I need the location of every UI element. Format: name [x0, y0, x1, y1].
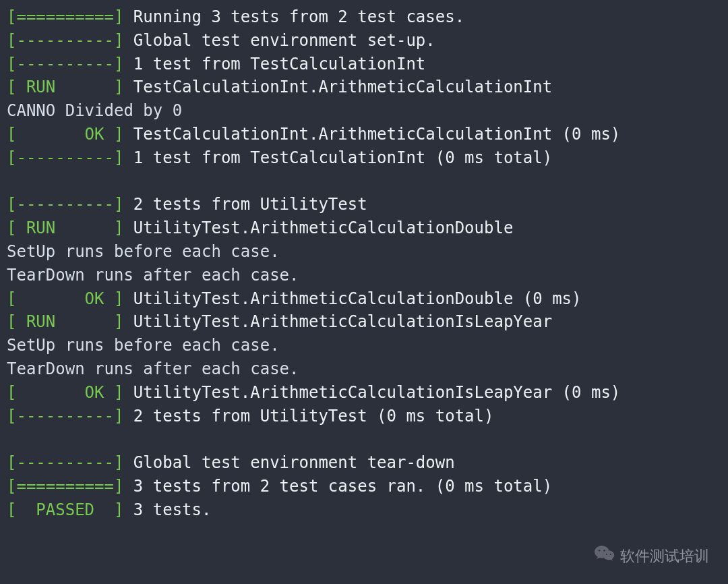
- status-tag: [ RUN ]: [7, 78, 123, 96]
- status-tag: [ OK ]: [7, 383, 123, 402]
- status-tag: [----------]: [7, 195, 123, 214]
- terminal-line: [ OK ] UtilityTest.ArithmeticCalculation…: [7, 287, 721, 311]
- svg-point-5: [606, 554, 607, 555]
- log-text: TestCalculationInt.ArithmeticCalculation…: [133, 78, 552, 96]
- terminal-line: SetUp runs before each case.: [7, 240, 721, 264]
- terminal-line: [----------] 2 tests from UtilityTest (0…: [7, 405, 721, 428]
- log-text: 1 test from TestCalculationInt (0 ms tot…: [133, 148, 552, 167]
- log-text: UtilityTest.ArithmeticCalculationDouble: [133, 218, 514, 237]
- terminal-line: [----------] 1 test from TestCalculation…: [7, 53, 721, 76]
- svg-point-4: [603, 550, 605, 552]
- status-tag: [----------]: [7, 453, 123, 472]
- svg-point-1: [603, 550, 615, 560]
- terminal-line: [ RUN ] UtilityTest.ArithmeticCalculatio…: [7, 310, 721, 334]
- status-tag: [==========]: [7, 477, 123, 496]
- log-text: TearDown runs after each case.: [7, 266, 299, 285]
- log-text: 3 tests.: [133, 500, 212, 519]
- log-text: CANNO Divided by 0: [7, 101, 182, 120]
- terminal-output: [==========] Running 3 tests from 2 test…: [0, 0, 728, 529]
- log-text: 2 tests from UtilityTest: [133, 195, 367, 214]
- terminal-line: [----------] Global test environment set…: [7, 29, 721, 53]
- watermark: 软件测试培训: [595, 544, 709, 568]
- terminal-line: TearDown runs after each case.: [7, 357, 721, 381]
- status-tag: [ OK ]: [7, 125, 123, 144]
- terminal-line: [ OK ] TestCalculationInt.ArithmeticCalc…: [7, 123, 721, 146]
- terminal-line: [ PASSED ] 3 tests.: [7, 498, 721, 522]
- svg-point-6: [610, 554, 611, 555]
- log-text: 2 tests from UtilityTest (0 ms total): [133, 407, 494, 426]
- terminal-line: [ RUN ] TestCalculationInt.ArithmeticCal…: [7, 76, 721, 99]
- watermark-text: 软件测试培训: [620, 546, 709, 567]
- log-text: Global test environment set-up.: [133, 31, 435, 50]
- terminal-line: [7, 170, 721, 194]
- terminal-line: TearDown runs after each case.: [7, 264, 721, 287]
- log-text: Global test environment tear-down: [133, 453, 455, 472]
- wechat-icon: [595, 544, 615, 568]
- terminal-line: [ OK ] UtilityTest.ArithmeticCalculation…: [7, 381, 721, 405]
- status-tag: [----------]: [7, 148, 123, 167]
- status-tag: [ RUN ]: [7, 218, 123, 237]
- log-text: TearDown runs after each case.: [7, 359, 299, 378]
- svg-point-0: [595, 546, 609, 558]
- terminal-line: CANNO Divided by 0: [7, 99, 721, 123]
- log-text: SetUp runs before each case.: [7, 242, 280, 261]
- svg-point-3: [599, 550, 601, 552]
- log-text: Running 3 tests from 2 test cases.: [133, 7, 464, 26]
- log-text: UtilityTest.ArithmeticCalculationIsLeapY…: [133, 312, 552, 331]
- terminal-line: [----------] 1 test from TestCalculation…: [7, 146, 721, 170]
- terminal-line: [----------] 2 tests from UtilityTest: [7, 193, 721, 216]
- terminal-line: [7, 428, 721, 451]
- terminal-line: [----------] Global test environment tea…: [7, 451, 721, 475]
- status-tag: [----------]: [7, 407, 123, 426]
- status-tag: [ OK ]: [7, 289, 123, 308]
- status-tag: [ PASSED ]: [7, 500, 123, 519]
- svg-point-2: [603, 550, 615, 560]
- log-text: UtilityTest.ArithmeticCalculationDouble …: [133, 289, 582, 308]
- log-text: TestCalculationInt.ArithmeticCalculation…: [133, 125, 620, 144]
- log-text: SetUp runs before each case.: [7, 336, 280, 355]
- terminal-line: SetUp runs before each case.: [7, 334, 721, 357]
- status-tag: [==========]: [7, 7, 123, 26]
- log-text: 1 test from TestCalculationInt: [133, 55, 425, 74]
- status-tag: [ RUN ]: [7, 312, 123, 331]
- status-tag: [----------]: [7, 31, 123, 50]
- terminal-line: [==========] Running 3 tests from 2 test…: [7, 5, 721, 29]
- log-text: 3 tests from 2 test cases ran. (0 ms tot…: [133, 477, 552, 496]
- status-tag: [----------]: [7, 55, 123, 74]
- log-text: UtilityTest.ArithmeticCalculationIsLeapY…: [133, 383, 620, 402]
- terminal-line: [ RUN ] UtilityTest.ArithmeticCalculatio…: [7, 216, 721, 240]
- terminal-line: [==========] 3 tests from 2 test cases r…: [7, 475, 721, 498]
